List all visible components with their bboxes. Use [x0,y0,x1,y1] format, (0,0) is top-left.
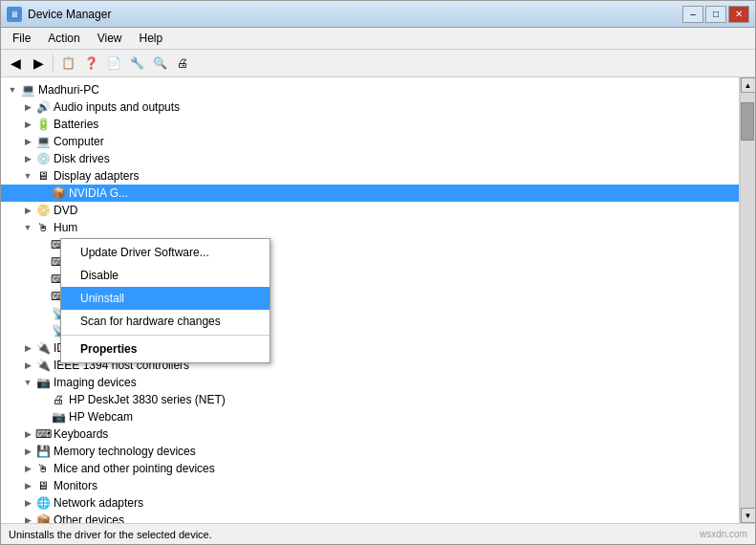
label-computer: Computer [54,135,104,148]
expand-e [35,237,51,252]
expand-mice[interactable]: ▶ [20,461,35,476]
print-button[interactable]: 🖨 [172,53,193,74]
tree-item-root[interactable]: ▼ 💻 Madhuri-PC [1,81,739,98]
ctx-disable[interactable]: Disable [61,264,270,287]
icon-deskjet: 🖨 [51,392,66,407]
expand-keyboards[interactable]: ▶ [20,426,35,442]
expand-monitors[interactable]: ▶ [20,478,35,493]
label-imaging: Imaging devices [54,376,137,389]
back-button[interactable]: ◀ [5,53,26,74]
icon-keyboards: ⌨ [35,426,51,442]
scroll-down-button[interactable]: ▼ [741,508,756,523]
label-deskjet: HP DeskJet 3830 series (NET) [69,393,226,406]
tree-item-mice[interactable]: ▶ 🖱 Mice and other pointing devices [1,460,739,477]
expand-other[interactable]: ▶ [20,512,35,523]
tree-item-keyboards[interactable]: ▶ ⌨ Keyboards [1,425,739,443]
expand-imaging[interactable]: ▼ [20,375,35,390]
expand-display[interactable]: ▼ [20,168,35,184]
scrollbar-thumb[interactable] [741,102,754,141]
expand-network[interactable]: ▶ [20,495,35,511]
expand-ieee[interactable]: ▶ [20,358,35,373]
icon-nvidia: 📦 [51,185,66,201]
expand-memory[interactable]: ▶ [20,444,35,459]
title-bar: 🖥 Device Manager – □ ✕ [1,1,755,28]
tree-item-nvidia[interactable]: 📦 NVIDIA G... [1,185,739,202]
tree-item-disk[interactable]: ▶ 💿 Disk drives [1,150,739,167]
label-audio: Audio inputs and outputs [54,100,180,114]
tree-item-batteries[interactable]: ▶ 🔋 Batteries [1,116,739,133]
scrollbar-track[interactable] [741,93,755,508]
label-memory: Memory technology devices [54,445,196,458]
icon-mice: 🖱 [35,461,51,476]
ctx-update-driver[interactable]: Update Driver Software... [61,241,270,264]
status-bar: Uninstalls the driver for the selected d… [1,523,755,544]
tree-item-deskjet[interactable]: 🖨 HP DeskJet 3830 series (NET) [1,391,739,408]
scrollbar[interactable]: ▲ ▼ [740,77,755,523]
label-other: Other devices [54,513,124,523]
forward-button[interactable]: ▶ [28,53,49,74]
label-madhuri-pc: Madhuri-PC [38,83,99,97]
tree-item-dvd[interactable]: ▶ 📀 DVD [1,202,739,219]
icon-batteries: 🔋 [35,117,51,132]
icon-memory: 💾 [35,444,51,459]
menu-action[interactable]: Action [40,30,87,47]
minimize-button[interactable]: – [682,6,703,23]
expand-dvd[interactable]: ▶ [20,203,35,218]
expand-nvidia [35,185,51,201]
tree-item-memory[interactable]: ▶ 💾 Memory technology devices [1,443,739,460]
expand-ide[interactable]: ▶ [20,340,35,356]
tree-item-other[interactable]: ▶ 📦 Other devices [1,512,739,523]
icon-audio: 🔊 [35,99,51,115]
ctx-scan[interactable]: Scan for hardware changes [61,310,270,333]
ctx-uninstall[interactable]: Uninstall [61,287,270,310]
label-mice: Mice and other pointing devices [54,462,215,475]
expand-batteries[interactable]: ▶ [20,117,35,132]
tree-item-network[interactable]: ▶ 🌐 Network adapters [1,494,739,512]
label-network: Network adapters [54,496,143,510]
tree-item-computer[interactable]: ▶ 💻 Computer [1,133,739,150]
icon-computer: 💻 [20,82,35,98]
device-tree[interactable]: ▼ 💻 Madhuri-PC ▶ 🔊 Audio inputs and outp… [1,77,740,523]
expand-disk[interactable]: ▶ [20,151,35,166]
scroll-up-button[interactable]: ▲ [741,77,756,93]
properties-button[interactable]: 📋 [57,53,78,74]
new-button[interactable]: 📄 [103,53,124,74]
expand-audio[interactable]: ▶ [20,99,35,115]
label-keyboards: Keyboards [54,427,108,441]
icon-ide: 🔌 [35,340,51,356]
icon-network: 🌐 [35,495,51,511]
window-title: Device Manager [28,8,111,21]
tree-item-monitors[interactable]: ▶ 🖥 Monitors [1,477,739,494]
icon-imaging: 📷 [35,375,51,390]
title-bar-left: 🖥 Device Manager [7,7,111,22]
tree-item-hum[interactable]: ▼ 🖱 Hum [1,219,739,236]
expand-computer[interactable]: ▶ [20,134,35,149]
expand-hum[interactable]: ▼ [20,220,35,235]
icon-ieee: 🔌 [35,358,51,373]
icon-disk: 💿 [35,151,51,166]
context-menu: Update Driver Software... Disable Uninst… [60,238,270,363]
expand-root[interactable]: ▼ [5,82,20,98]
toolbar-separator-1 [53,54,54,72]
ctx-properties[interactable]: Properties [61,338,270,360]
close-button[interactable]: ✕ [728,6,749,23]
menu-file[interactable]: File [5,30,38,47]
maximize-button[interactable]: □ [705,6,726,23]
scan-button[interactable]: 🔍 [149,53,170,74]
tree-item-imaging[interactable]: ▼ 📷 Imaging devices [1,374,739,391]
tree-item-audio[interactable]: ▶ 🔊 Audio inputs and outputs [1,98,739,116]
label-webcam: HP Webcam [69,410,133,424]
help-button[interactable]: ❓ [80,53,101,74]
icon-dvd: 📀 [35,203,51,218]
menu-help[interactable]: Help [132,30,171,47]
device-manager-window: 🖥 Device Manager – □ ✕ File Action View … [0,0,756,545]
tree-item-webcam[interactable]: 📷 HP Webcam [1,408,739,425]
ctx-separator [61,335,270,336]
menu-view[interactable]: View [90,30,130,47]
label-display: Display adapters [54,169,139,183]
tree-item-display[interactable]: ▼ 🖥 Display adapters [1,167,739,185]
label-dvd: DVD [54,204,77,217]
label-monitors: Monitors [54,479,97,492]
toolbar: ◀ ▶ 📋 ❓ 📄 🔧 🔍 🖨 [1,50,755,77]
settings-button[interactable]: 🔧 [126,53,147,74]
